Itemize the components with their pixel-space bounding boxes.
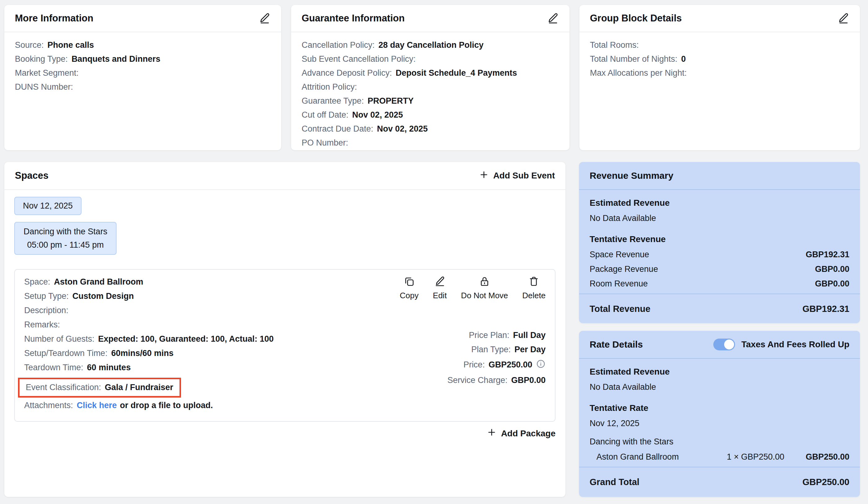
revenue-summary-title: Revenue Summary [590, 170, 673, 181]
total-revenue-value: GBP192.31 [802, 304, 849, 314]
field-attrition-policy: Attrition Policy: [302, 82, 559, 92]
grand-total-value: GBP250.00 [802, 477, 849, 487]
event-chip-time: 05:00 pm - 11:45 pm [23, 240, 107, 250]
event-actions: Copy Edit Do Not Move Delete [400, 276, 546, 300]
top-row: More Information Source:Phone calls Book… [4, 5, 860, 150]
rate-details-title: Rate Details [590, 339, 643, 350]
tentative-rate-heading: Tentative Rate [590, 403, 849, 413]
field-description: Description: [24, 306, 546, 315]
add-sub-event-button[interactable]: Add Sub Event [479, 170, 555, 182]
field-remarks: Remarks: [24, 320, 546, 329]
copy-icon [404, 276, 415, 288]
event-detail-box: Space:Aston Grand Ballroom Setup Type:Cu… [14, 269, 556, 422]
field-po-number: PO Number: [302, 138, 559, 148]
rate-date: Nov 12, 2025 [590, 419, 849, 428]
total-revenue-row: Total Revenue GBP192.31 [579, 294, 860, 323]
space-revenue-row: Space RevenueGBP192.31 [590, 250, 849, 260]
edit-button[interactable] [547, 12, 559, 25]
edit-button[interactable] [259, 12, 271, 25]
lock-icon [479, 276, 490, 288]
add-sub-event-label: Add Sub Event [493, 171, 555, 181]
field-advance-deposit-policy: Advance Deposit Policy:Deposit Schedule_… [302, 68, 559, 78]
field-contract-due-date: Contract Due Date:Nov 02, 2025 [302, 124, 559, 133]
estimated-revenue-heading: Estimated Revenue [590, 198, 849, 208]
card-title: Group Block Details [590, 13, 682, 24]
revenue-summary-card: Revenue Summary Estimated Revenue No Dat… [579, 162, 860, 323]
revenue-summary-header: Revenue Summary [579, 162, 860, 190]
edit-button[interactable]: Edit [433, 276, 447, 300]
pencil-icon [838, 12, 849, 25]
plus-icon [479, 170, 489, 182]
field-cancellation-policy: Cancellation Policy:28 day Cancellation … [302, 40, 559, 50]
field-service-charge: Service Charge:GBP0.00 [447, 375, 546, 385]
field-duns-number: DUNS Number: [15, 82, 271, 92]
rate-details-card: Rate Details Taxes And Fees Rolled Up Es… [579, 331, 860, 497]
guarantee-information-card: Guarantee Information Cancellation Polic… [291, 5, 569, 150]
room-revenue-row: Room RevenueGBP0.00 [590, 279, 849, 289]
field-price: Price:GBP250.00 [447, 359, 546, 371]
grand-total-row: Grand Total GBP250.00 [579, 467, 860, 497]
more-information-body: Source:Phone calls Booking Type:Banquets… [4, 32, 281, 150]
main-row: Spaces Add Sub Event Nov 12, 2025 Dancin… [4, 162, 860, 497]
field-attachments: Attachments:Click hereor drop a file to … [24, 401, 546, 410]
field-sub-event-cancellation-policy: Sub Event Cancellation Policy: [302, 54, 559, 64]
trash-icon [528, 276, 539, 288]
field-market-segment: Market Segment: [15, 68, 271, 78]
line-item-amount: GBP250.00 [784, 452, 849, 462]
field-event-classification: Event Classification:Gala / Fundraiser [26, 383, 173, 392]
do-not-move-button[interactable]: Do Not Move [461, 276, 508, 300]
rate-details-header: Rate Details Taxes And Fees Rolled Up [579, 331, 860, 359]
revenue-summary-body: Estimated Revenue No Data Available Tent… [579, 190, 860, 294]
date-chip[interactable]: Nov 12, 2025 [14, 197, 82, 215]
spaces-body: Nov 12, 2025 Dancing with the Stars 05:0… [4, 190, 566, 446]
guarantee-information-header: Guarantee Information [291, 5, 569, 32]
package-revenue-row: Package RevenueGBP0.00 [590, 264, 849, 274]
field-source: Source:Phone calls [15, 40, 271, 50]
pencil-icon [259, 12, 271, 25]
plus-icon [487, 427, 497, 440]
rate-details-body: Estimated Revenue No Data Available Tent… [579, 359, 860, 467]
no-data-text: No Data Available [590, 213, 849, 223]
more-information-header: More Information [4, 5, 281, 32]
spaces-header: Spaces Add Sub Event [4, 162, 566, 190]
field-total-number-of-nights: Total Number of Nights:0 [590, 54, 849, 64]
taxes-toggle-group: Taxes And Fees Rolled Up [713, 339, 849, 350]
guarantee-information-body: Cancellation Policy:28 day Cancellation … [291, 32, 569, 150]
estimated-revenue-heading: Estimated Revenue [590, 367, 849, 377]
group-block-details-card: Group Block Details Total Rooms: Total N… [579, 5, 860, 150]
price-column: Price Plan:Full Day Plan Type:Per Day Pr… [447, 331, 546, 390]
tentative-revenue-heading: Tentative Revenue [590, 234, 849, 244]
spaces-card: Spaces Add Sub Event Nov 12, 2025 Dancin… [4, 162, 566, 497]
add-package-label: Add Package [501, 429, 556, 439]
info-icon[interactable] [536, 359, 546, 371]
field-price-plan: Price Plan:Full Day [447, 331, 546, 340]
more-information-card: More Information Source:Phone calls Book… [4, 5, 281, 150]
pencil-icon [434, 276, 445, 288]
taxes-toggle-label: Taxes And Fees Rolled Up [741, 340, 849, 350]
line-item-space-name: Aston Grand Ballroom [590, 452, 727, 462]
event-chip[interactable]: Dancing with the Stars 05:00 pm - 11:45 … [14, 222, 116, 255]
delete-button[interactable]: Delete [522, 276, 546, 300]
group-block-details-body: Total Rooms: Total Number of Nights:0 Ma… [579, 32, 860, 150]
attachments-upload-link[interactable]: Click here [77, 401, 117, 410]
taxes-and-fees-toggle[interactable] [713, 339, 735, 350]
copy-button[interactable]: Copy [400, 276, 419, 300]
field-total-rooms: Total Rooms: [590, 40, 849, 50]
spaces-title: Spaces [15, 170, 49, 181]
field-cut-off-date: Cut off Date:Nov 02, 2025 [302, 110, 559, 120]
field-guarantee-type: Guarantee Type:PROPERTY [302, 96, 559, 105]
card-title: Guarantee Information [302, 13, 404, 24]
edit-button[interactable] [838, 12, 849, 25]
rate-event-name: Dancing with the Stars [590, 437, 849, 446]
total-revenue-label: Total Revenue [590, 304, 650, 314]
pencil-icon [547, 12, 559, 25]
card-title: More Information [15, 13, 93, 24]
grand-total-label: Grand Total [590, 477, 640, 487]
event-classification-highlight-box: Event Classification:Gala / Fundraiser [18, 378, 181, 397]
line-item-qty: 1 × GBP250.00 [727, 452, 784, 462]
field-max-allocations-per-night: Max Allocations per Night: [590, 68, 849, 78]
group-block-details-header: Group Block Details [579, 5, 860, 32]
add-package-button[interactable]: Add Package [487, 427, 556, 440]
field-booking-type: Booking Type:Banquets and Dinners [15, 54, 271, 64]
add-package-row: Add Package [14, 427, 556, 440]
